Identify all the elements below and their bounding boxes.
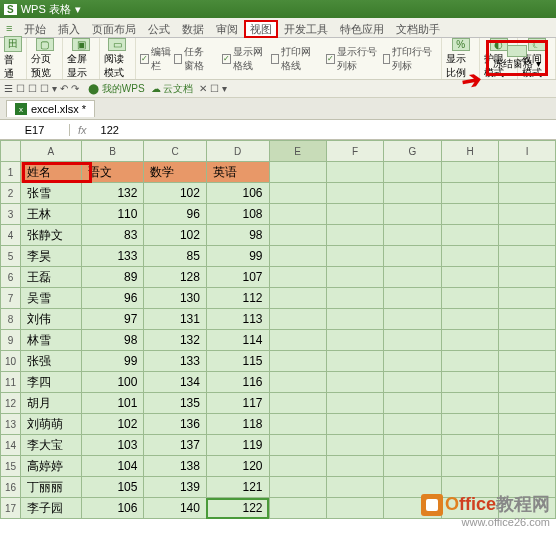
col-header-B[interactable]: B [81, 141, 144, 162]
cell[interactable] [326, 393, 383, 414]
cell[interactable] [384, 288, 442, 309]
cell-value[interactable]: 115 [206, 351, 269, 372]
cell[interactable] [441, 393, 499, 414]
cell[interactable] [269, 393, 326, 414]
cell-value[interactable]: 133 [81, 246, 144, 267]
cell[interactable] [326, 435, 383, 456]
header-cell[interactable]: 英语 [206, 162, 269, 183]
cell[interactable] [269, 477, 326, 498]
cell[interactable] [384, 351, 442, 372]
cell[interactable] [499, 435, 556, 456]
cell-value[interactable]: 102 [81, 414, 144, 435]
tab-公式[interactable]: 公式 [142, 20, 176, 38]
row-header[interactable]: 15 [1, 456, 21, 477]
cell[interactable] [326, 162, 383, 183]
cell-name[interactable]: 刘萌萌 [21, 414, 82, 435]
cell[interactable] [499, 456, 556, 477]
row-header[interactable]: 13 [1, 414, 21, 435]
cell-value[interactable]: 106 [206, 183, 269, 204]
cell[interactable] [499, 393, 556, 414]
cell[interactable] [441, 435, 499, 456]
tab-开发工具[interactable]: 开发工具 [278, 20, 334, 38]
cell-value[interactable]: 131 [144, 309, 207, 330]
cell-value[interactable]: 105 [81, 477, 144, 498]
cell[interactable] [384, 246, 442, 267]
cell-value[interactable]: 114 [206, 330, 269, 351]
cell-value[interactable]: 133 [144, 351, 207, 372]
cell-value[interactable]: 98 [81, 330, 144, 351]
cell-value[interactable]: 135 [144, 393, 207, 414]
cell-value[interactable]: 98 [206, 225, 269, 246]
name-box[interactable]: E17 [0, 124, 70, 136]
check-打印行号列标[interactable]: 打印行号列标 [383, 52, 438, 65]
cell[interactable] [499, 414, 556, 435]
cell[interactable] [384, 393, 442, 414]
view-阅读模式[interactable]: ▭阅读模式 [100, 38, 136, 79]
cell[interactable] [441, 288, 499, 309]
col-header-C[interactable]: C [144, 141, 207, 162]
cell[interactable] [326, 414, 383, 435]
col-header-A[interactable]: A [21, 141, 82, 162]
row-header[interactable]: 17 [1, 498, 21, 519]
check-显示网格线[interactable]: 显示网格线 [222, 52, 269, 65]
cell-value[interactable]: 110 [81, 204, 144, 225]
tab-页面布局[interactable]: 页面布局 [86, 20, 142, 38]
cell[interactable] [326, 372, 383, 393]
cell-value[interactable]: 118 [206, 414, 269, 435]
cell[interactable] [326, 267, 383, 288]
cell[interactable] [326, 288, 383, 309]
qat-item[interactable]: ☐ [28, 83, 37, 94]
tab-文档助手[interactable]: 文档助手 [390, 20, 446, 38]
my-wps-link[interactable]: ⬤ 我的WPS [88, 82, 145, 96]
row-header[interactable]: 11 [1, 372, 21, 393]
qat-item[interactable]: ↷ [71, 83, 79, 94]
cell[interactable] [499, 330, 556, 351]
row-header[interactable]: 12 [1, 393, 21, 414]
cell[interactable] [326, 351, 383, 372]
cell[interactable] [441, 225, 499, 246]
cell[interactable] [269, 330, 326, 351]
cell-value[interactable]: 97 [81, 309, 144, 330]
row-header[interactable]: 4 [1, 225, 21, 246]
view-显示比例[interactable]: %显示比例 [442, 38, 480, 79]
cell[interactable] [499, 225, 556, 246]
cell-name[interactable]: 张静文 [21, 225, 82, 246]
cell[interactable] [269, 372, 326, 393]
cell-value[interactable]: 106 [81, 498, 144, 519]
cell[interactable] [499, 183, 556, 204]
cell[interactable] [384, 183, 442, 204]
cell-name[interactable]: 李大宝 [21, 435, 82, 456]
cell[interactable] [326, 183, 383, 204]
qat-extra[interactable]: ✕ ☐ ▾ [199, 83, 227, 94]
cell[interactable] [441, 309, 499, 330]
cell-name[interactable]: 丁丽丽 [21, 477, 82, 498]
cell[interactable] [326, 225, 383, 246]
cell[interactable] [326, 204, 383, 225]
cell[interactable] [326, 330, 383, 351]
tab-视图[interactable]: 视图 [244, 20, 278, 38]
cell[interactable] [384, 372, 442, 393]
header-cell[interactable]: 数学 [144, 162, 207, 183]
tab-特色应用[interactable]: 特色应用 [334, 20, 390, 38]
cell[interactable] [326, 456, 383, 477]
cell-value[interactable]: 130 [144, 288, 207, 309]
cell-value[interactable]: 120 [206, 456, 269, 477]
header-cell[interactable]: 语文 [81, 162, 144, 183]
cell[interactable] [326, 246, 383, 267]
col-header-E[interactable]: E [269, 141, 326, 162]
row-header[interactable]: 7 [1, 288, 21, 309]
cell-name[interactable]: 李四 [21, 372, 82, 393]
menu-icon[interactable]: ≡ [0, 19, 18, 37]
cell-value[interactable]: 140 [144, 498, 207, 519]
spreadsheet[interactable]: ABCDEFGHI1姓名语文数学英语2张雪1321021063王林1109610… [0, 140, 556, 519]
col-header-D[interactable]: D [206, 141, 269, 162]
cell-value[interactable]: 121 [206, 477, 269, 498]
cell-value[interactable]: 128 [144, 267, 207, 288]
cell[interactable] [499, 288, 556, 309]
cell-value[interactable]: 102 [144, 183, 207, 204]
view-分页预览[interactable]: ▢分页预览 [27, 38, 63, 79]
cell-value[interactable]: 96 [81, 288, 144, 309]
cell[interactable] [499, 351, 556, 372]
cell-value[interactable]: 134 [144, 372, 207, 393]
cell[interactable] [269, 183, 326, 204]
